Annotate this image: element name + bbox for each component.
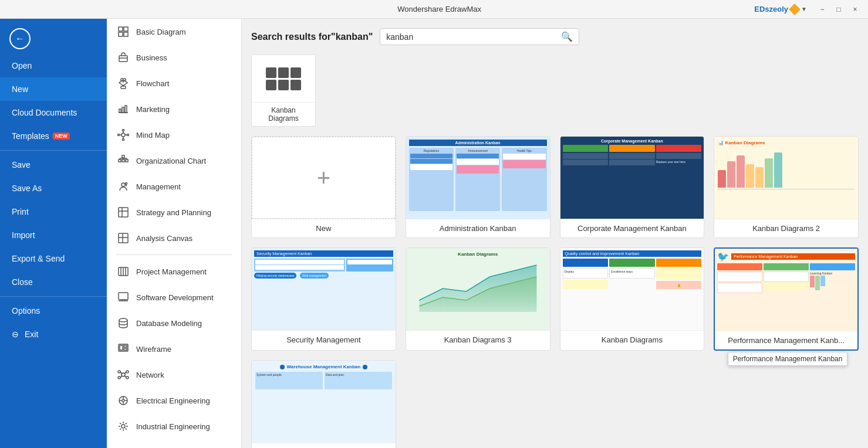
kanban-category-card[interactable]: Kanban Diagrams	[251, 55, 316, 127]
template-kanban-diagrams-3[interactable]: Kanban Diagrams	[406, 247, 550, 351]
category-wireframe[interactable]: Wireframe	[107, 336, 241, 362]
category-industrial[interactable]: Industrial Engineering	[107, 413, 241, 439]
search-results-label: Search results for"kanban"	[251, 32, 373, 42]
template-kanban-diagrams[interactable]: Quality control and improvement Kanban D…	[560, 247, 705, 351]
sidebar-item-print[interactable]: Print	[0, 200, 107, 223]
templates-label: Templates	[12, 131, 49, 141]
svg-point-33	[121, 183, 125, 186]
electrical-icon	[116, 393, 130, 408]
svg-rect-2	[119, 32, 123, 36]
search-input[interactable]	[386, 32, 561, 42]
category-mindmap[interactable]: Mind Map	[107, 122, 241, 148]
security-mgmt-label: Security Management	[252, 330, 396, 349]
plus-icon: +	[317, 165, 330, 191]
kanban-diagrams-3-label: Kanban Diagrams 3	[406, 330, 550, 349]
back-button[interactable]: ←	[9, 28, 31, 49]
svg-point-58	[118, 376, 120, 379]
category-marketing[interactable]: Marketing	[107, 96, 241, 122]
svg-rect-24	[122, 155, 124, 158]
category-project-label: Project Management	[136, 267, 207, 276]
category-management-label: Management	[136, 182, 181, 191]
sidebar-item-save[interactable]: Save	[0, 153, 107, 177]
user-info: EDszeoly ▼	[754, 5, 807, 13]
template-corp-kanban[interactable]: Corporate Management Kanban	[560, 136, 705, 238]
category-electrical[interactable]: Electrical Engineering	[107, 388, 241, 413]
category-database-label: Database Modeling	[136, 319, 202, 328]
kanban-diagrams-2-preview: 📊 Kanban Diagrams	[714, 137, 858, 219]
sidebar-item-import[interactable]: Import	[0, 223, 107, 247]
svg-point-34	[126, 183, 127, 185]
category-database[interactable]: Database Modeling	[107, 310, 241, 336]
close-label: Close	[12, 277, 33, 287]
save-as-label: Save As	[12, 184, 42, 193]
sidebar-item-close[interactable]: Close	[0, 270, 107, 294]
software-icon	[116, 290, 130, 304]
category-flowchart[interactable]: Flowchart	[107, 70, 241, 96]
security-mgmt-preview: Security Management Kanban Helping s	[252, 248, 396, 330]
mindmap-icon	[116, 128, 130, 142]
category-software[interactable]: Software Development	[107, 284, 241, 310]
svg-rect-8	[121, 86, 126, 89]
category-orgchart[interactable]: Organizational Chart	[107, 148, 241, 174]
category-network[interactable]: Network	[107, 362, 241, 388]
sidebar-item-export[interactable]: Export & Send	[0, 247, 107, 270]
svg-rect-39	[119, 233, 128, 243]
minimize-button[interactable]: −	[816, 4, 828, 15]
svg-point-59	[126, 376, 129, 379]
category-project[interactable]: Project Management	[107, 259, 241, 284]
template-security-mgmt[interactable]: Security Management Kanban Helping s	[251, 247, 396, 351]
templates-grid: + New Administration Kanban Regulations	[251, 136, 859, 448]
category-basic-diagram[interactable]: Basic Diagram	[107, 19, 241, 45]
options-label: Options	[12, 306, 40, 315]
category-business[interactable]: Business	[107, 45, 241, 70]
svg-rect-13	[122, 107, 124, 113]
template-kanban-diagrams-2[interactable]: 📊 Kanban Diagrams Kanban Di	[714, 136, 859, 238]
category-building[interactable]: Building Plan	[107, 439, 241, 448]
building-icon	[116, 445, 130, 448]
corp-kanban-preview: Corporate Management Kanban	[560, 137, 704, 219]
import-label: Import	[12, 230, 35, 240]
sidebar-item-cloud[interactable]: Cloud Documents	[0, 101, 107, 124]
search-box: 🔍	[380, 28, 579, 45]
category-software-label: Software Development	[136, 293, 214, 302]
maximize-button[interactable]: □	[833, 4, 845, 15]
template-new-blank[interactable]: + New	[251, 136, 396, 238]
category-business-label: Business	[136, 53, 167, 62]
sidebar-item-options[interactable]: Options	[0, 299, 107, 323]
svg-line-61	[124, 372, 126, 374]
sidebar-item-open[interactable]: Open	[0, 54, 107, 77]
kanban-diagrams-3-preview: Kanban Diagrams	[406, 248, 550, 330]
svg-line-60	[120, 372, 122, 374]
sidebar-item-save-as[interactable]: Save As	[0, 177, 107, 200]
category-strategy[interactable]: Strategy and Planning	[107, 199, 241, 225]
user-dropdown-icon[interactable]: ▼	[801, 6, 807, 12]
svg-rect-12	[119, 109, 121, 113]
svg-rect-1	[124, 27, 128, 31]
sidebar-item-exit[interactable]: ⊖ Exit	[0, 323, 107, 346]
basic-diagram-icon	[116, 25, 130, 39]
template-admin-kanban[interactable]: Administration Kanban Regulations Announ…	[406, 136, 550, 238]
sidebar-divider-1	[0, 150, 107, 151]
username: EDszeoly	[754, 5, 788, 13]
category-network-label: Network	[136, 371, 164, 379]
save-label: Save	[12, 160, 31, 169]
svg-rect-25	[119, 159, 121, 162]
category-analysis[interactable]: Analysis Canvas	[107, 225, 241, 251]
svg-rect-27	[126, 159, 128, 162]
industrial-icon	[116, 419, 130, 433]
category-orgchart-label: Organizational Chart	[136, 157, 206, 165]
search-icon[interactable]: 🔍	[561, 31, 573, 42]
template-perf-kanban[interactable]: 🐦 Performance Management Kanban	[714, 247, 859, 351]
wireframe-icon	[116, 342, 130, 356]
category-management[interactable]: Management	[107, 174, 241, 199]
project-icon	[116, 264, 130, 279]
category-mindmap-label: Mind Map	[136, 131, 170, 140]
content-area: Search results for"kanban" 🔍	[242, 19, 868, 448]
export-label: Export & Send	[12, 254, 65, 263]
sidebar-item-new[interactable]: New	[0, 77, 107, 101]
close-button[interactable]: ×	[849, 4, 861, 15]
sidebar-item-templates[interactable]: Templates NEW	[0, 124, 107, 148]
window-controls: − □ ×	[816, 4, 861, 15]
template-warehouse-kanban[interactable]: Warehouse Management Kanban System and p…	[251, 360, 396, 448]
svg-point-20	[123, 130, 124, 131]
